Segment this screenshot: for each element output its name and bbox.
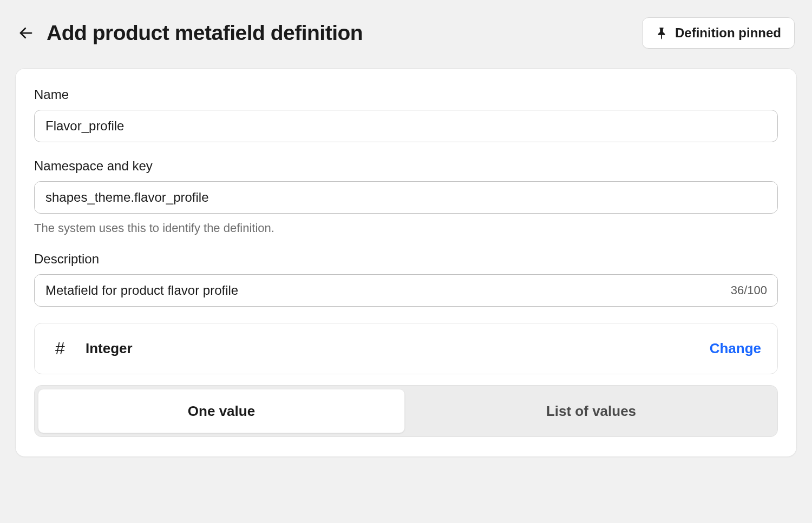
- name-field: Name: [34, 87, 778, 142]
- namespace-input[interactable]: [34, 181, 778, 214]
- change-type-link[interactable]: Change: [710, 340, 761, 357]
- back-button[interactable]: [17, 24, 35, 42]
- description-char-count: 36/100: [731, 283, 767, 297]
- namespace-help: The system uses this to identify the def…: [34, 221, 778, 235]
- pin-icon: [656, 27, 667, 39]
- pin-label: Definition pinned: [675, 25, 781, 41]
- description-wrapper: 36/100: [34, 274, 778, 307]
- name-label: Name: [34, 87, 778, 102]
- type-left: # Integer: [51, 339, 133, 359]
- list-of-values-button[interactable]: List of values: [408, 389, 774, 433]
- page-header: Add product metafield definition Definit…: [15, 17, 797, 49]
- definition-pinned-button[interactable]: Definition pinned: [642, 17, 795, 49]
- hash-icon: #: [51, 339, 69, 359]
- namespace-label: Namespace and key: [34, 158, 778, 174]
- namespace-field: Namespace and key The system uses this t…: [34, 158, 778, 235]
- form-card: Name Namespace and key The system uses t…: [15, 68, 797, 457]
- arrow-left-icon: [18, 25, 34, 41]
- page: Add product metafield definition Definit…: [0, 0, 812, 474]
- name-input[interactable]: [34, 110, 778, 142]
- one-value-button[interactable]: One value: [38, 389, 405, 433]
- header-left: Add product metafield definition: [17, 21, 363, 45]
- description-label: Description: [34, 251, 778, 267]
- value-mode-toggle: One value List of values: [34, 385, 778, 437]
- type-selector: # Integer Change: [34, 323, 778, 374]
- type-label: Integer: [86, 340, 133, 357]
- description-input[interactable]: [34, 274, 778, 307]
- page-title: Add product metafield definition: [47, 21, 363, 45]
- description-field: Description 36/100: [34, 251, 778, 307]
